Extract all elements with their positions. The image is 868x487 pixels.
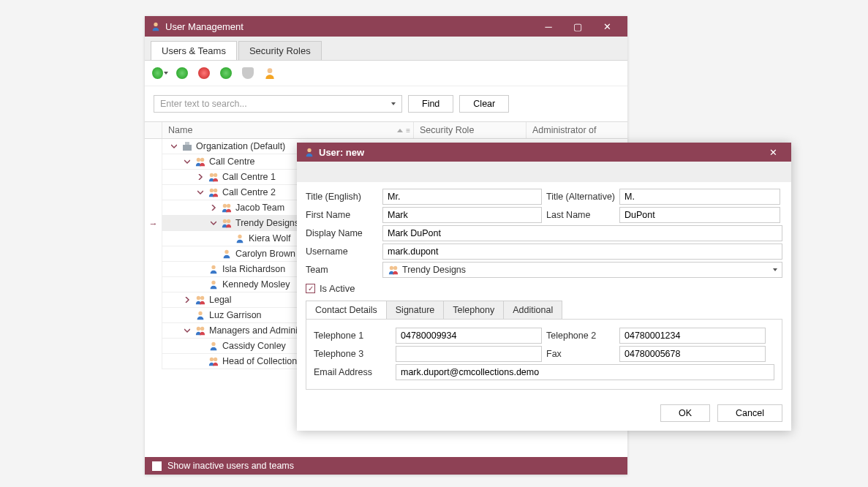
column-name[interactable]: Name ≡	[162, 122, 414, 138]
column-security-role[interactable]: Security Role	[414, 122, 527, 138]
input-email[interactable]	[396, 364, 774, 380]
ok-button[interactable]: OK	[660, 404, 710, 422]
tab-security-roles[interactable]: Security Roles	[238, 41, 322, 60]
input-telephone2[interactable]	[619, 328, 766, 344]
svg-point-26	[307, 148, 311, 152]
svg-point-10	[223, 204, 227, 208]
svg-point-0	[154, 23, 157, 26]
is-active-checkbox[interactable]: ✓	[306, 284, 315, 293]
tree-expander[interactable]	[209, 219, 218, 227]
tree-expander[interactable]	[196, 265, 205, 273]
tree-label: Cassidy Conley	[222, 341, 290, 351]
main-tabbar: Users & Teams Security Roles	[145, 37, 627, 61]
input-title-alt[interactable]	[619, 189, 780, 205]
label-first-name: First Name	[306, 210, 382, 220]
tab-users-teams[interactable]: Users & Teams	[151, 41, 237, 60]
tree-expander[interactable]	[183, 326, 192, 335]
tree-expander[interactable]	[196, 188, 205, 197]
tree-expander[interactable]	[183, 311, 192, 320]
maximize-button[interactable]: ▢	[563, 18, 592, 34]
show-inactive-checkbox[interactable]	[152, 461, 162, 471]
edit-button[interactable]	[174, 65, 190, 81]
sub-tab-signature[interactable]: Signature	[386, 301, 445, 319]
user-button[interactable]	[262, 65, 278, 81]
column-administrator-of[interactable]: Administrator of	[527, 122, 627, 138]
tree-expander[interactable]	[183, 295, 192, 304]
dialog-title: User: new	[319, 147, 762, 158]
chevron-down-icon	[391, 102, 396, 105]
find-button[interactable]: Find	[408, 95, 453, 113]
delete-button[interactable]	[196, 65, 212, 81]
sub-tab-telephony[interactable]: Telephony	[443, 301, 504, 319]
label-last-name: Last Name	[542, 210, 619, 220]
refresh-button[interactable]	[218, 65, 234, 81]
input-title-en[interactable]	[382, 189, 542, 205]
search-input[interactable]: Enter text to search...	[154, 95, 402, 113]
tree-expander[interactable]	[209, 203, 218, 212]
close-button[interactable]: ✕	[592, 18, 622, 34]
label-title-en: Title (English)	[306, 192, 382, 202]
input-last-name[interactable]	[619, 207, 780, 223]
tree-expander[interactable]	[183, 157, 192, 166]
user-icon	[208, 263, 219, 275]
sub-tab-additional[interactable]: Additional	[503, 301, 562, 319]
dialog-close-button[interactable]: ✕	[762, 147, 784, 158]
svg-point-16	[211, 265, 215, 269]
input-telephone1[interactable]	[396, 328, 542, 344]
tree-expander[interactable]	[209, 249, 218, 258]
tree-label: Kiera Wolf	[249, 233, 295, 244]
team-icon	[195, 294, 206, 306]
input-username[interactable]	[382, 244, 782, 260]
tree-expander[interactable]	[196, 280, 205, 289]
minimize-button[interactable]: ─	[534, 18, 563, 34]
chevron-down-icon	[773, 268, 777, 271]
svg-point-18	[197, 296, 200, 300]
add-button[interactable]	[152, 65, 168, 81]
team-value: Trendy Designs	[402, 265, 466, 275]
user-icon	[195, 309, 206, 321]
tree-label: Isla Richardson	[222, 264, 290, 274]
team-icon	[221, 217, 233, 229]
contact-details-panel: Telephone 1 Telephone 2 Telephone 3 Fax …	[306, 320, 782, 390]
svg-point-1	[268, 68, 273, 73]
user-icon	[221, 248, 233, 260]
tree-expander[interactable]	[170, 142, 178, 151]
user-icon	[234, 233, 246, 244]
svg-point-19	[200, 296, 204, 300]
input-fax[interactable]	[619, 346, 766, 362]
svg-point-22	[200, 327, 204, 331]
dialog-sub-tabs: Contact Details Signature Telephony Addi…	[306, 301, 782, 320]
tree-expander[interactable]	[196, 357, 205, 366]
tree-expander[interactable]	[196, 341, 205, 350]
clear-button[interactable]: Clear	[459, 95, 509, 113]
input-first-name[interactable]	[382, 207, 542, 223]
tree-label: Luz Garrison	[209, 310, 266, 320]
sort-asc-icon	[397, 129, 403, 132]
svg-point-14	[238, 235, 241, 238]
svg-point-27	[390, 266, 393, 270]
user-icon	[304, 147, 314, 157]
tree-expander[interactable]	[196, 173, 205, 181]
svg-point-6	[210, 173, 214, 177]
user-icon	[208, 340, 219, 352]
cancel-button[interactable]: Cancel	[717, 404, 782, 422]
input-telephone3[interactable]	[396, 346, 542, 362]
team-icon	[195, 325, 206, 336]
team-icon	[221, 202, 233, 214]
window-footer: Show inactive users and teams	[145, 457, 627, 475]
tree-label: Call Centre 2	[222, 187, 280, 197]
show-inactive-label: Show inactive users and teams	[167, 461, 294, 471]
svg-point-25	[214, 358, 217, 361]
sub-tab-contact-details[interactable]: Contact Details	[306, 301, 387, 319]
input-display-name[interactable]	[382, 225, 782, 241]
select-team[interactable]: Trendy Designs	[382, 262, 782, 278]
user-icon	[208, 279, 219, 290]
label-title-alt: Title (Alternative)	[542, 192, 619, 202]
shield-button[interactable]	[240, 65, 256, 81]
app-icon	[151, 21, 161, 31]
svg-point-17	[211, 281, 215, 284]
tree-expander[interactable]	[222, 234, 231, 243]
svg-point-21	[197, 327, 200, 331]
label-telephone3: Telephone 3	[314, 349, 396, 359]
label-fax: Fax	[542, 349, 619, 359]
